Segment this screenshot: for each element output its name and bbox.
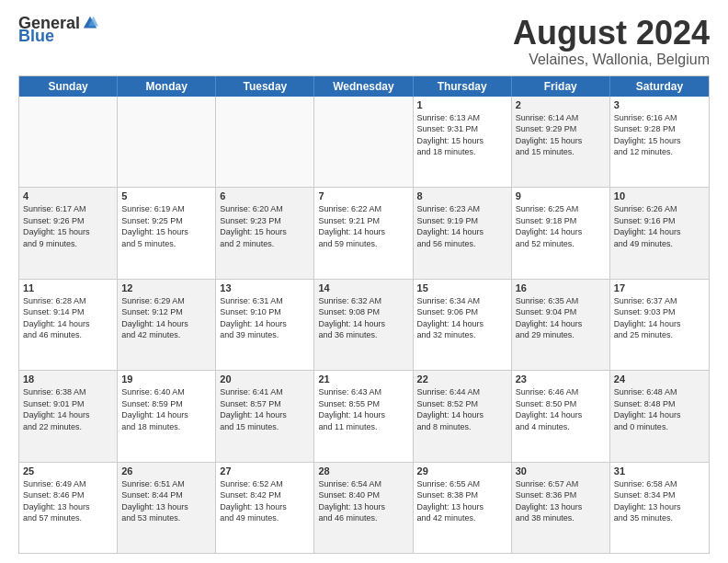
day-number: 1 [417,99,507,110]
logo: General Blue [18,15,98,44]
logo-blue-text: Blue [18,28,54,44]
day-number: 25 [23,465,113,477]
calendar: SundayMondayTuesdayWednesdayThursdayFrid… [18,75,710,554]
cal-cell: 23Sunrise: 6:46 AM Sunset: 8:50 PM Dayli… [512,371,610,461]
day-number: 27 [220,465,310,477]
cal-cell: 3Sunrise: 6:16 AM Sunset: 9:28 PM Daylig… [610,97,709,187]
day-number: 5 [121,190,211,201]
day-info: Sunrise: 6:32 AM Sunset: 9:08 PM Dayligh… [318,295,408,341]
day-info: Sunrise: 6:17 AM Sunset: 9:26 PM Dayligh… [23,203,113,249]
day-info: Sunrise: 6:38 AM Sunset: 9:01 PM Dayligh… [23,386,113,432]
cal-cell: 20Sunrise: 6:41 AM Sunset: 8:57 PM Dayli… [216,371,314,461]
day-info: Sunrise: 6:58 AM Sunset: 8:34 PM Dayligh… [614,478,705,524]
cal-cell: 13Sunrise: 6:31 AM Sunset: 9:10 PM Dayli… [216,280,314,370]
cal-cell: 4Sunrise: 6:17 AM Sunset: 9:26 PM Daylig… [19,188,118,278]
day-info: Sunrise: 6:23 AM Sunset: 9:19 PM Dayligh… [417,203,507,249]
day-info: Sunrise: 6:22 AM Sunset: 9:21 PM Dayligh… [318,203,408,249]
day-number: 2 [516,99,606,110]
day-number: 14 [318,282,408,293]
cal-week: 4Sunrise: 6:17 AM Sunset: 9:26 PM Daylig… [19,187,709,278]
cal-cell: 21Sunrise: 6:43 AM Sunset: 8:55 PM Dayli… [314,371,413,461]
day-info: Sunrise: 6:41 AM Sunset: 8:57 PM Dayligh… [220,386,310,432]
day-number: 19 [121,373,211,385]
day-info: Sunrise: 6:52 AM Sunset: 8:42 PM Dayligh… [220,478,310,524]
day-info: Sunrise: 6:16 AM Sunset: 9:28 PM Dayligh… [614,112,705,158]
cal-cell: 27Sunrise: 6:52 AM Sunset: 8:42 PM Dayli… [216,463,314,553]
day-info: Sunrise: 6:49 AM Sunset: 8:46 PM Dayligh… [23,478,113,524]
cal-cell: 15Sunrise: 6:34 AM Sunset: 9:06 PM Dayli… [414,280,512,370]
cal-cell [118,97,216,187]
header: General Blue August 2024 Velaines, Wallo… [18,15,710,68]
day-info: Sunrise: 6:54 AM Sunset: 8:40 PM Dayligh… [318,478,408,524]
day-number: 21 [318,373,408,385]
day-info: Sunrise: 6:40 AM Sunset: 8:59 PM Dayligh… [121,386,211,432]
cal-week: 1Sunrise: 6:13 AM Sunset: 9:31 PM Daylig… [19,97,709,187]
cal-header-day: Saturday [610,76,709,97]
day-number: 22 [417,373,507,385]
day-info: Sunrise: 6:37 AM Sunset: 9:03 PM Dayligh… [614,295,705,341]
day-info: Sunrise: 6:43 AM Sunset: 8:55 PM Dayligh… [318,386,408,432]
cal-header-day: Wednesday [314,76,413,97]
cal-cell: 8Sunrise: 6:23 AM Sunset: 9:19 PM Daylig… [414,188,512,278]
cal-cell: 18Sunrise: 6:38 AM Sunset: 9:01 PM Dayli… [19,371,118,461]
day-number: 6 [220,190,310,201]
day-number: 29 [417,465,507,477]
day-number: 30 [516,465,606,477]
day-number: 11 [23,282,113,293]
main-title: August 2024 [513,15,710,52]
calendar-body: 1Sunrise: 6:13 AM Sunset: 9:31 PM Daylig… [19,97,709,553]
cal-week: 11Sunrise: 6:28 AM Sunset: 9:14 PM Dayli… [19,279,709,370]
cal-week: 25Sunrise: 6:49 AM Sunset: 8:46 PM Dayli… [19,462,709,553]
cal-cell: 12Sunrise: 6:29 AM Sunset: 9:12 PM Dayli… [118,280,216,370]
day-info: Sunrise: 6:29 AM Sunset: 9:12 PM Dayligh… [121,295,211,341]
sub-title: Velaines, Wallonia, Belgium [513,52,710,68]
cal-cell: 1Sunrise: 6:13 AM Sunset: 9:31 PM Daylig… [414,97,512,187]
day-number: 16 [516,282,606,293]
day-number: 26 [121,465,211,477]
title-block: August 2024 Velaines, Wallonia, Belgium [513,15,710,68]
cal-cell: 22Sunrise: 6:44 AM Sunset: 8:52 PM Dayli… [414,371,512,461]
cal-cell: 10Sunrise: 6:26 AM Sunset: 9:16 PM Dayli… [610,188,709,278]
calendar-header: SundayMondayTuesdayWednesdayThursdayFrid… [19,76,709,97]
day-info: Sunrise: 6:44 AM Sunset: 8:52 PM Dayligh… [417,386,507,432]
cal-cell: 5Sunrise: 6:19 AM Sunset: 9:25 PM Daylig… [118,188,216,278]
cal-cell: 31Sunrise: 6:58 AM Sunset: 8:34 PM Dayli… [610,463,709,553]
day-info: Sunrise: 6:20 AM Sunset: 9:23 PM Dayligh… [220,203,310,249]
day-number: 15 [417,282,507,293]
page: General Blue August 2024 Velaines, Wallo… [0,0,728,563]
cal-header-day: Sunday [19,76,118,97]
day-number: 12 [121,282,211,293]
cal-week: 18Sunrise: 6:38 AM Sunset: 9:01 PM Dayli… [19,370,709,461]
day-number: 4 [23,190,113,201]
cal-cell: 2Sunrise: 6:14 AM Sunset: 9:29 PM Daylig… [512,97,610,187]
cal-cell [314,97,413,187]
cal-cell: 9Sunrise: 6:25 AM Sunset: 9:18 PM Daylig… [512,188,610,278]
day-info: Sunrise: 6:26 AM Sunset: 9:16 PM Dayligh… [614,203,705,249]
cal-cell: 28Sunrise: 6:54 AM Sunset: 8:40 PM Dayli… [314,463,413,553]
cal-cell: 11Sunrise: 6:28 AM Sunset: 9:14 PM Dayli… [19,280,118,370]
cal-cell [216,97,314,187]
day-number: 3 [614,99,705,110]
cal-header-day: Monday [118,76,216,97]
day-number: 8 [417,190,507,201]
day-info: Sunrise: 6:48 AM Sunset: 8:48 PM Dayligh… [614,386,705,432]
day-number: 31 [614,465,705,477]
day-number: 7 [318,190,408,201]
day-info: Sunrise: 6:55 AM Sunset: 8:38 PM Dayligh… [417,478,507,524]
day-info: Sunrise: 6:19 AM Sunset: 9:25 PM Dayligh… [121,203,211,249]
day-info: Sunrise: 6:35 AM Sunset: 9:04 PM Dayligh… [516,295,606,341]
cal-cell: 17Sunrise: 6:37 AM Sunset: 9:03 PM Dayli… [610,280,709,370]
day-info: Sunrise: 6:25 AM Sunset: 9:18 PM Dayligh… [516,203,606,249]
day-number: 24 [614,373,705,385]
cal-cell: 7Sunrise: 6:22 AM Sunset: 9:21 PM Daylig… [314,188,413,278]
day-info: Sunrise: 6:46 AM Sunset: 8:50 PM Dayligh… [516,386,606,432]
cal-cell: 19Sunrise: 6:40 AM Sunset: 8:59 PM Dayli… [118,371,216,461]
day-number: 28 [318,465,408,477]
day-number: 13 [220,282,310,293]
day-number: 20 [220,373,310,385]
cal-cell: 16Sunrise: 6:35 AM Sunset: 9:04 PM Dayli… [512,280,610,370]
day-number: 18 [23,373,113,385]
day-info: Sunrise: 6:34 AM Sunset: 9:06 PM Dayligh… [417,295,507,341]
cal-cell: 24Sunrise: 6:48 AM Sunset: 8:48 PM Dayli… [610,371,709,461]
day-number: 10 [614,190,705,201]
